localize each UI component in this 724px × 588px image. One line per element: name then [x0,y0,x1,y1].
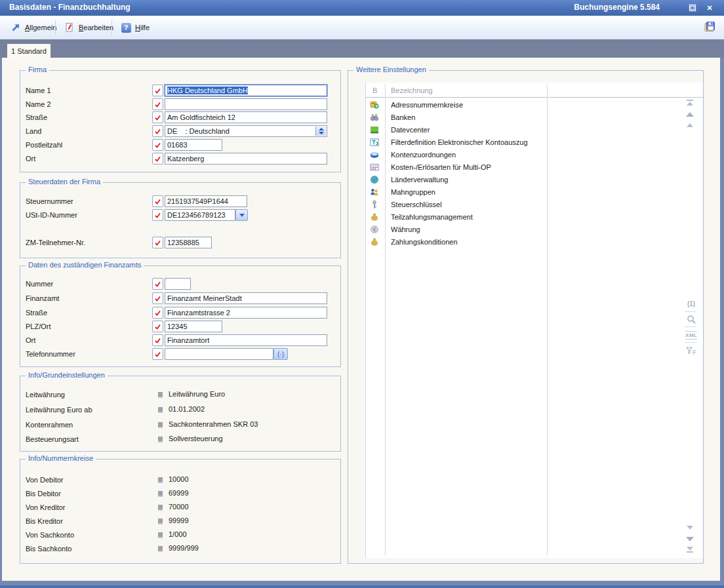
tab-standard[interactable]: 1 Standard [7,43,51,58]
zm-teilnehmer-input[interactable]: 12358885 [165,237,212,248]
edit-check-icon[interactable] [152,292,163,304]
edit-check-icon[interactable] [152,98,163,110]
bullet-icon [158,437,163,442]
currency-coin-icon: € [370,225,379,234]
arrow-up-right-icon [10,22,21,33]
edit-check-icon[interactable] [152,153,163,165]
field-row: Name 2 [26,98,335,110]
scroll-page-up-button[interactable] [685,109,695,119]
ort-input[interactable]: Katzenberg [165,153,327,165]
ustid-input[interactable]: DE123456789123 [165,209,235,221]
save-floppy-icon [704,21,715,33]
scroll-page-down-button[interactable] [685,534,695,543]
fa-telefon-input[interactable] [165,348,273,360]
restore-window-button[interactable] [687,3,698,13]
xml-export-tool[interactable]: XML [685,329,698,341]
info-row: Bis Debitor 69999 [26,488,335,500]
edit-check-icon[interactable] [152,111,163,123]
search-icon [687,315,696,324]
menu-hilfe-button[interactable]: ? Hilfe [118,20,152,35]
nummernkreise-fieldset: Info/Nummernkreise Von Debitor 10000 Bis… [20,459,341,564]
fa-name-value: Finanzamt MeinerStadt [167,294,242,302]
settings-item-mahngruppen[interactable]: Mahngruppen [366,186,666,199]
settings-item-label: Währung [391,225,420,233]
settings-item-teilzahlungsmanagement[interactable]: Teilzahlungsmanagement [366,211,666,224]
name2-input[interactable] [165,98,327,110]
land-label: Land [26,127,41,135]
menu-hilfe-label: Hilfe [135,24,150,31]
plz-input[interactable]: 01683 [165,139,222,151]
fa-plzort-input[interactable]: 12345 [165,321,222,332]
side-tool-divider [685,326,696,327]
ustid-dropdown-button[interactable] [235,209,248,221]
record-count-tool[interactable]: (1) [685,298,698,309]
fa-ort-input[interactable]: Finanzamtort [165,334,327,346]
settings-item-zahlungskonditionen[interactable]: Zahlungskonditionen [366,236,666,248]
edit-check-icon[interactable] [152,278,163,290]
close-window-button[interactable]: ✕ [704,3,715,13]
scroll-last-button[interactable] [685,545,695,554]
account-mapping-icon [370,150,379,159]
settings-item-label: Adressnummernkreise [391,101,463,109]
settings-item-label: Banken [391,113,415,121]
fa-name-input[interactable]: Finanzamt MeinerStadt [165,292,327,304]
column-header-bezeichnung[interactable]: Bezeichnung [391,87,433,94]
edit-check-icon[interactable] [152,85,163,96]
land-select[interactable]: DE : Deutschland [165,125,327,137]
toolbar-separator [111,20,112,35]
edit-check-icon[interactable] [152,139,163,151]
field-row: PLZ/Ort 12345 [26,321,335,332]
steuernummer-input[interactable]: 2151937549P1644 [165,195,247,207]
settings-item-banken[interactable]: Banken [366,111,666,124]
settings-item-steuerschluessel[interactable]: Steuerschlüssel [366,199,666,211]
strasse-input[interactable]: Am Goldfischteich 12 [165,111,327,123]
scroll-first-button[interactable] [685,98,695,107]
kontenrahmen-label: Kontenrahmen [26,421,73,429]
info-row: Leitwährung Euro ab 01.01.2002 [26,404,335,416]
settings-item-datevcenter[interactable]: Datevcenter [366,124,666,136]
bullet-icon [158,532,163,538]
search-tool[interactable] [685,313,698,325]
scroll-up-button[interactable] [685,121,695,130]
field-row: USt-ID-Nummer DE123456789123 [26,209,335,221]
scroll-down-button[interactable] [685,523,695,532]
fa-plzort-label: PLZ/Ort [26,323,51,330]
info-row: Von Kreditor 70000 [26,501,335,513]
fa-strasse-input[interactable]: Finanzamtstrasse 2 [165,307,327,319]
settings-item-kosten-erloesarten[interactable]: Kosten-/Erlösarten für Multi-OP [366,161,666,174]
save-button[interactable] [703,20,716,33]
settings-item-label: Länderverwaltung [391,176,448,184]
settings-item-waehrung[interactable]: € Währung [366,224,666,236]
weitere-einstellungen-legend: Weitere Einstellungen [353,66,429,73]
spinner-updown-icon[interactable] [315,127,326,136]
edit-check-icon[interactable] [152,209,163,221]
kontenrahmen-value: Sachkontenrahmen SKR 03 [169,420,258,428]
edit-check-icon[interactable] [152,348,163,360]
fa-telefon-label: Telefonnummer [26,350,75,358]
edit-check-icon[interactable] [152,321,163,332]
fa-nummer-input[interactable] [165,278,191,290]
phone-dial-button[interactable]: (·) [273,348,288,360]
edit-check-icon[interactable] [152,237,163,248]
tax-key-icon [370,200,379,209]
settings-item-label: Kontenzuordnungen [391,151,456,159]
info-row: Kontenrahmen Sachkontenrahmen SKR 03 [26,419,335,431]
settings-item-adressnummernkreise[interactable]: Adressnummernkreise [366,99,666,111]
column-header-b[interactable]: B [372,87,377,94]
edit-check-icon[interactable] [152,195,163,207]
xml-icon: XML [685,331,697,340]
edit-check-icon[interactable] [152,125,163,137]
info-row: Bis Kreditor 99999 [26,515,335,527]
name1-input[interactable]: HKG Deutschland GmbH [165,85,327,96]
toolbar: Allgemein Bearbeiten ? Hilfe [0,16,724,40]
svg-text:€: € [373,226,376,233]
settings-item-laenderverwaltung[interactable]: Länderverwaltung [366,174,666,186]
edit-check-icon[interactable] [152,307,163,319]
menu-bearbeiten-button[interactable]: Bearbeiten [62,20,116,35]
edit-check-icon[interactable] [152,334,163,346]
settings-item-label: Zahlungskonditionen [391,238,458,246]
menu-allgemein-button[interactable]: Allgemein [8,20,59,35]
settings-item-kontenzuordnungen[interactable]: Kontenzuordnungen [366,149,666,161]
settings-item-filterdefinition[interactable]: Filterdefinition Elektronischer Kontoaus… [366,136,666,149]
filter-tool[interactable] [685,345,698,357]
